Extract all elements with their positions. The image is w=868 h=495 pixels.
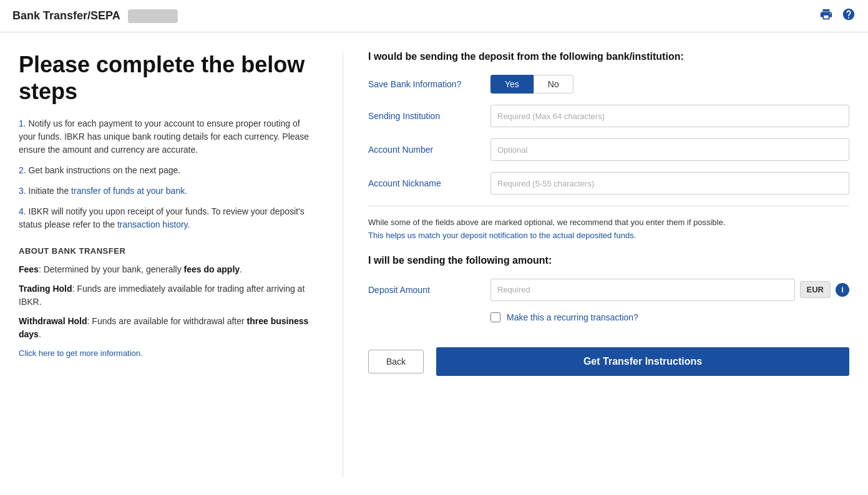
info-text-blue: This helps us match your deposit notific… [368,231,636,240]
bottom-actions: Back Get Transfer Instructions [368,347,849,376]
fees-bold: fees do apply [184,264,240,274]
header: Bank Transfer/SEPA [0,0,868,32]
recurring-label[interactable]: Make this a recurring transaction? [507,312,638,322]
account-nickname-label: Account Nickname [368,178,480,188]
step-4: 4. IBKR will notify you upon receipt of … [19,205,318,231]
get-transfer-button[interactable]: Get Transfer Instructions [436,347,849,376]
step-1-num: 1. [19,118,26,128]
step-2-text: Get bank instructions on the next page. [29,165,181,175]
step-3-num: 3. [19,186,26,196]
recurring-row: Make this a recurring transaction? [490,312,849,322]
fees-label: Fees [19,264,39,274]
header-icons [819,7,856,24]
main-heading: Please complete the below steps [19,51,318,105]
no-button[interactable]: No [534,75,573,94]
main-container: Please complete the below steps 1. Notif… [0,32,868,495]
deposit-amount-input[interactable] [490,279,795,301]
back-button[interactable]: Back [368,350,424,373]
info-text-black: While some of the fields above are marke… [368,218,725,227]
account-number-row: Account Number [368,138,849,161]
sending-institution-label: Sending Institution [368,111,480,121]
deposit-amount-row: Deposit Amount EUR i [368,279,849,301]
header-left: Bank Transfer/SEPA [12,9,178,23]
help-icon[interactable] [842,7,856,24]
optional-info-text: While some of the fields above are marke… [368,206,849,243]
account-number-label: Account Number [368,145,480,155]
right-panel: I would be sending the deposit from the … [343,51,849,478]
withdrawal-hold-text: : Funds are available for withdrawal aft… [87,316,247,326]
steps-list: 1. Notify us for each payment to your ac… [19,117,318,231]
account-badge [128,9,178,23]
save-bank-row: Save Bank Information? Yes No [368,75,849,94]
click-info[interactable]: Click here to get more information. [19,348,318,358]
fees-item: Fees: Determined by your bank, generally… [19,263,318,276]
trading-hold-label: Trading Hold [19,284,72,294]
amount-section-title: I will be sending the following amount: [368,255,849,266]
amount-input-group: EUR i [490,279,849,301]
currency-badge: EUR [800,281,831,298]
recurring-checkbox[interactable] [490,312,500,322]
step-3: 3. Initiate the transfer of funds at you… [19,185,318,198]
amount-info-icon[interactable]: i [836,283,849,297]
sending-institution-input[interactable] [490,105,849,127]
more-info-link[interactable]: Click here to get more information. [19,348,143,358]
about-title: ABOUT BANK TRANSFER [19,246,318,256]
bank-section-title: I would be sending the deposit from the … [368,51,849,62]
withdrawal-hold-item: Withdrawal Hold: Funds are available for… [19,315,318,341]
step-1-text: Notify us for each payment to your accou… [19,118,309,155]
fees-text: : Determined by your bank, generally [39,264,184,274]
account-nickname-row: Account Nickname [368,172,849,195]
trading-hold-item: Trading Hold: Funds are immediately avai… [19,282,318,309]
save-bank-toggle: Yes No [490,75,573,94]
fees-end: . [240,264,242,274]
step-4-num: 4. [19,206,26,216]
sending-institution-row: Sending Institution [368,105,849,127]
transaction-history-link[interactable]: transaction history. [117,219,190,229]
withdrawal-hold-end: . [39,329,41,339]
step-1: 1. Notify us for each payment to your ac… [19,117,318,156]
step-2-num: 2. [19,165,26,175]
page-title: Bank Transfer/SEPA [12,9,120,22]
transfer-funds-link[interactable]: transfer of funds at your bank. [71,186,187,196]
yes-button[interactable]: Yes [490,75,534,94]
step-3-text: Initiate the [29,186,72,196]
about-section: ABOUT BANK TRANSFER Fees: Determined by … [19,246,318,358]
deposit-amount-label: Deposit Amount [368,285,480,295]
account-number-input[interactable] [490,138,849,161]
withdrawal-hold-label: Withdrawal Hold [19,316,87,326]
save-bank-label: Save Bank Information? [368,79,480,89]
left-panel: Please complete the below steps 1. Notif… [19,51,343,478]
account-nickname-input[interactable] [490,172,849,195]
print-icon[interactable] [819,7,833,24]
step-2: 2. Get bank instructions on the next pag… [19,164,318,177]
